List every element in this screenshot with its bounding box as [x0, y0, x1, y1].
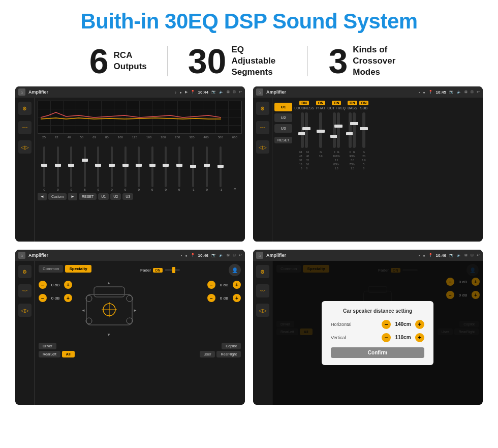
eq-reset-btn[interactable]: RESET [79, 193, 97, 200]
loudness-on[interactable]: ON [299, 101, 309, 105]
channel-u2[interactable]: U2 [274, 113, 292, 122]
copilot-btn[interactable]: Copilot [222, 343, 241, 349]
right-minus-1[interactable]: − [207, 281, 215, 289]
dist-vol-btn[interactable]: ◁▷ [256, 304, 269, 317]
confirm-button[interactable]: Confirm [331, 347, 424, 358]
loudness-thumb-2[interactable] [302, 127, 310, 130]
fader-wave-btn[interactable]: 〰 [18, 284, 32, 297]
back2-icon[interactable]: ↩ [477, 90, 480, 94]
eq-track-6[interactable] [124, 146, 127, 187]
channel-u3[interactable]: U3 [274, 124, 292, 133]
bass-slider-g[interactable] [353, 112, 356, 148]
eq-track-9[interactable] [165, 146, 167, 187]
eq-track-2[interactable] [70, 146, 72, 187]
eq-next-btn[interactable]: ► [68, 193, 77, 200]
phat-thumb[interactable] [317, 130, 325, 133]
dist-wave-btn[interactable]: 〰 [256, 284, 269, 297]
eq-thumb-12[interactable] [204, 164, 210, 167]
eq-track-0[interactable] [43, 146, 45, 187]
eq-u2-btn[interactable]: U2 [110, 193, 121, 200]
eq-track-8[interactable] [151, 146, 153, 187]
sub-slider[interactable] [362, 112, 365, 148]
loudness-slider-1[interactable] [301, 112, 304, 148]
eq-thumb-11[interactable] [190, 165, 196, 168]
eq-thumb-7[interactable] [136, 164, 142, 167]
bass-on[interactable]: ON [348, 101, 357, 105]
eq-track-10[interactable] [178, 146, 180, 187]
eq-track-1[interactable] [57, 146, 59, 187]
eq-track-4[interactable] [97, 146, 99, 187]
bass-thumb-g[interactable] [350, 122, 358, 125]
vertical-minus[interactable]: − [382, 333, 391, 342]
cross-vol-btn[interactable]: ◁▷ [256, 140, 269, 154]
phat-on[interactable]: ON [316, 101, 326, 105]
fader-bar[interactable] [165, 269, 180, 271]
cutfreq-slider-g[interactable] [337, 112, 340, 148]
eq-thumb-0[interactable] [41, 164, 47, 167]
eq-u1-btn[interactable]: U1 [98, 193, 109, 200]
eq-track-13[interactable] [220, 146, 222, 187]
home-icon-2[interactable]: ⌂ [256, 88, 263, 96]
home-icon[interactable]: ⌂ [18, 88, 25, 96]
back-icon[interactable]: ↩ [239, 90, 242, 94]
eq-track-12[interactable] [206, 146, 208, 187]
cutfreq-slider-f[interactable] [333, 112, 336, 148]
sidebar-vol-btn[interactable]: ◁▷ [18, 140, 32, 154]
eq-track-5[interactable] [111, 146, 113, 187]
fader-on-badge[interactable]: ON [153, 268, 163, 273]
eq-track-7[interactable] [138, 146, 140, 187]
left-minus-2[interactable]: − [39, 294, 47, 302]
bass-slider-f[interactable] [349, 112, 352, 148]
vertical-plus[interactable]: + [415, 333, 424, 342]
sidebar-eq-btn[interactable]: ⚙ [18, 102, 32, 115]
eq-thumb-8[interactable] [149, 164, 155, 167]
fader-handle[interactable] [172, 267, 175, 273]
channel-u1[interactable]: U1 [274, 103, 292, 111]
user-btn[interactable]: User [200, 351, 215, 357]
right-minus-2[interactable]: − [207, 294, 215, 302]
eq-thumb-6[interactable] [122, 164, 129, 167]
phat-slider[interactable] [319, 112, 322, 148]
fader-vol-btn[interactable]: ◁▷ [18, 304, 32, 317]
eq-thumb-2[interactable] [68, 164, 74, 167]
home-icon-4[interactable]: ⌂ [256, 252, 263, 259]
eq-thumb-9[interactable] [163, 164, 169, 167]
cross-wave-btn[interactable]: 〰 [256, 121, 269, 134]
common-tab[interactable]: Common [39, 265, 63, 273]
horizontal-minus[interactable]: − [382, 320, 391, 329]
dist-eq-btn[interactable]: ⚙ [256, 265, 269, 278]
cutfreq-thumb-g[interactable] [334, 125, 343, 128]
sub-thumb[interactable] [360, 127, 368, 130]
sidebar-wave-btn[interactable]: 〰 [18, 121, 32, 134]
cutfreq-on[interactable]: ON [332, 101, 341, 105]
eq-u3-btn[interactable]: U3 [122, 193, 133, 200]
right-plus-2[interactable]: + [233, 294, 241, 302]
left-plus-2[interactable]: + [64, 294, 72, 302]
horizontal-plus[interactable]: + [415, 320, 424, 329]
eq-thumb-1[interactable] [55, 164, 61, 167]
all-btn[interactable]: All [62, 351, 75, 357]
fader-eq-btn[interactable]: ⚙ [18, 265, 32, 278]
left-plus-1[interactable]: + [64, 281, 72, 289]
back3-icon[interactable]: ↩ [239, 253, 242, 257]
rearleft-btn[interactable]: RearLeft [39, 351, 60, 357]
crossover-reset[interactable]: RESET [274, 137, 292, 143]
home-icon-3[interactable]: ⌂ [18, 252, 25, 259]
eq-more-btn[interactable]: » [234, 186, 236, 191]
driver-btn[interactable]: Driver [39, 343, 56, 349]
sub-on[interactable]: ON [359, 101, 369, 105]
eq-track-3[interactable] [84, 146, 86, 187]
eq-thumb-5[interactable] [109, 164, 115, 167]
eq-prev-btn[interactable]: ◄ [38, 193, 47, 200]
eq-thumb-10[interactable] [176, 164, 182, 167]
eq-track-11[interactable] [192, 146, 194, 187]
eq-thumb-13[interactable] [217, 165, 224, 168]
cross-eq-btn[interactable]: ⚙ [256, 102, 269, 115]
specialty-tab[interactable]: Specialty [65, 265, 91, 273]
right-plus-1[interactable]: + [233, 281, 241, 289]
back4-icon[interactable]: ↩ [477, 253, 480, 257]
left-minus-1[interactable]: − [39, 281, 47, 289]
eq-thumb-3[interactable] [82, 159, 88, 162]
settings-icon[interactable]: 👤 [229, 264, 241, 276]
eq-thumb-4[interactable] [95, 164, 101, 167]
